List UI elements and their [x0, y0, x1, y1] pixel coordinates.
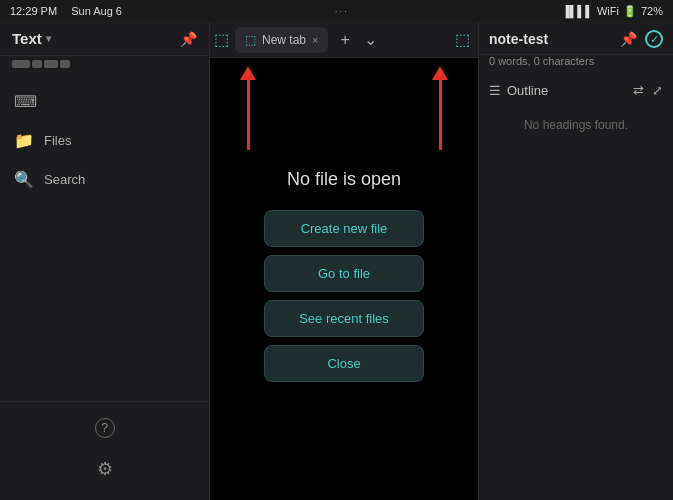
- outline-header: ☰ Outline ⇄ ⤢: [489, 83, 663, 98]
- right-panel-icons: 📌 ✓: [620, 30, 663, 48]
- settings-icon: ⚙: [97, 458, 113, 480]
- right-panel-meta: 0 words, 0 characters: [479, 55, 673, 75]
- search-label: Search: [44, 172, 85, 187]
- dots-menu: ···: [335, 6, 349, 17]
- sidebar-help-button[interactable]: ?: [0, 408, 209, 448]
- arrow-shaft-right: [439, 80, 442, 150]
- signal-icon: ▐▌▌▌: [562, 5, 593, 17]
- center-panel: ⬚ ⬚ New tab × + ⌄ ⬚: [210, 22, 478, 500]
- outline-list-icon: ☰: [489, 83, 501, 98]
- create-new-file-button[interactable]: Create new file: [264, 210, 424, 247]
- sidebar-item-files[interactable]: 📁 Files: [0, 121, 209, 160]
- outline-section: ☰ Outline ⇄ ⤢ No headings found.: [479, 75, 673, 160]
- see-recent-files-button[interactable]: See recent files: [264, 300, 424, 337]
- tab-actions: + ⌄: [336, 28, 380, 51]
- date-display: Sun Aug 6: [71, 5, 122, 17]
- chevron-down-icon: ▾: [46, 33, 51, 44]
- no-headings-text: No headings found.: [489, 98, 663, 152]
- sidebar-item-search[interactable]: 🔍 Search: [0, 160, 209, 199]
- close-button[interactable]: Close: [264, 345, 424, 382]
- layout-toggle-button[interactable]: ⬚: [451, 29, 474, 50]
- tab-new-tab[interactable]: ⬚ New tab ×: [235, 27, 328, 53]
- avatar-block-1: [12, 60, 30, 68]
- pin-icon[interactable]: 📌: [180, 31, 197, 47]
- tab-label: New tab: [262, 33, 306, 47]
- arrow-left: [240, 66, 256, 150]
- sidebar-item-terminal[interactable]: ⌨: [0, 82, 209, 121]
- files-label: Files: [44, 133, 71, 148]
- user-avatar: [0, 60, 209, 74]
- sidebar-settings-button[interactable]: ⚙: [0, 448, 209, 490]
- wifi-icon: WiFi: [597, 5, 619, 17]
- sidebar-bottom: ? ⚙: [0, 401, 209, 500]
- right-panel: note-test 📌 ✓ 0 words, 0 characters ☰ Ou…: [478, 22, 673, 500]
- sidebar-title-label: Text: [12, 30, 42, 47]
- right-check-icon: ✓: [645, 30, 663, 48]
- center-content: No file is open Create new file Go to fi…: [210, 58, 478, 500]
- time-display: 12:29 PM: [10, 5, 57, 17]
- battery-icon: 🔋: [623, 5, 637, 18]
- right-pin-icon[interactable]: 📌: [620, 31, 637, 47]
- right-panel-header: note-test 📌 ✓: [479, 22, 673, 55]
- tab-file-icon: ⬚: [245, 33, 256, 47]
- arrow-shaft-left: [247, 80, 250, 150]
- help-icon: ?: [95, 418, 115, 438]
- arrow-right: [432, 66, 448, 150]
- new-tab-button[interactable]: +: [336, 29, 353, 51]
- outline-label: Outline: [507, 83, 548, 98]
- no-file-title: No file is open: [287, 169, 401, 190]
- search-icon: 🔍: [14, 170, 34, 189]
- terminal-icon: ⌨: [14, 92, 37, 111]
- sidebar-header: Text ▾ 📌: [0, 22, 209, 56]
- go-to-file-button[interactable]: Go to file: [264, 255, 424, 292]
- tab-layout-left-icon: ⬚: [214, 30, 229, 49]
- outline-refresh-icon[interactable]: ⇄: [633, 83, 644, 98]
- battery-level: 72%: [641, 5, 663, 17]
- tab-chevron-button[interactable]: ⌄: [360, 28, 381, 51]
- avatar-block-3: [44, 60, 58, 68]
- outline-expand-icon[interactable]: ⤢: [652, 83, 663, 98]
- status-bar: 12:29 PM Sun Aug 6 ··· ▐▌▌▌ WiFi 🔋 72%: [0, 0, 673, 22]
- avatar-block-4: [60, 60, 70, 68]
- files-icon: 📁: [14, 131, 34, 150]
- avatar-block-2: [32, 60, 42, 68]
- sidebar-title-button[interactable]: Text ▾: [12, 30, 51, 47]
- outline-actions: ⇄ ⤢: [633, 83, 663, 98]
- tab-bar: ⬚ ⬚ New tab × + ⌄ ⬚: [210, 22, 478, 58]
- tab-close-button[interactable]: ×: [312, 34, 318, 46]
- right-panel-title: note-test: [489, 31, 548, 47]
- sidebar: Text ▾ 📌 ⌨ 📁 Files 🔍 Search: [0, 22, 210, 500]
- arrow-head-up-left: [240, 66, 256, 80]
- arrow-head-up-right: [432, 66, 448, 80]
- sidebar-nav: ⌨ 📁 Files 🔍 Search: [0, 74, 209, 401]
